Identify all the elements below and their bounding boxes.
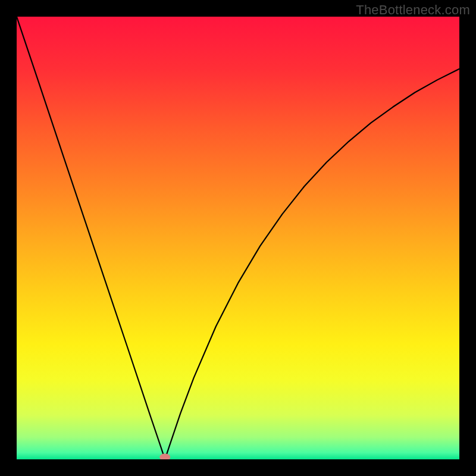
chart-frame: TheBottleneck.com bbox=[0, 0, 476, 476]
watermark-text: TheBottleneck.com bbox=[356, 2, 470, 18]
chart-svg bbox=[17, 17, 459, 459]
gradient-background bbox=[17, 17, 459, 459]
plot-area bbox=[17, 17, 459, 459]
